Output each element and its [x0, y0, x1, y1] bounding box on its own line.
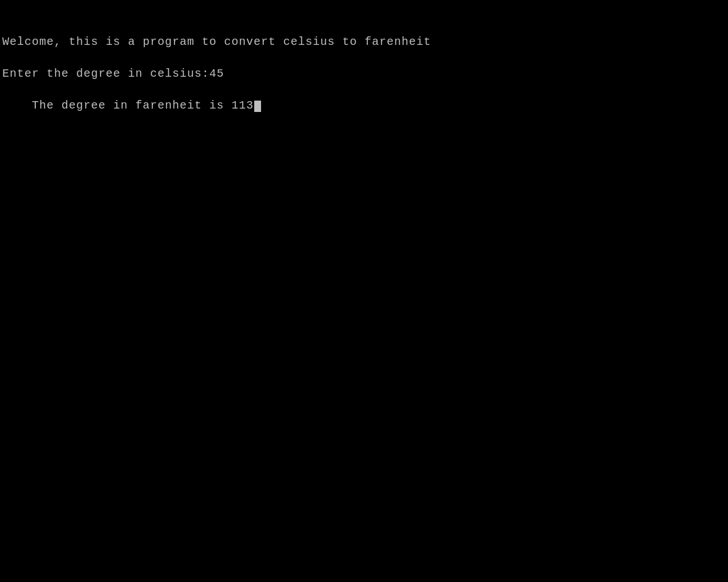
terminal-window: Welcome, this is a program to convert ce… [0, 0, 728, 582]
result-text: The degree in farenheit is 113 [32, 99, 254, 112]
result-line: The degree in farenheit is 113 [2, 82, 726, 130]
blank-line [2, 50, 726, 66]
prompt-line: Enter the degree in celsius:45 [2, 66, 726, 82]
cursor-block [254, 101, 261, 112]
welcome-line: Welcome, this is a program to convert ce… [2, 34, 726, 50]
